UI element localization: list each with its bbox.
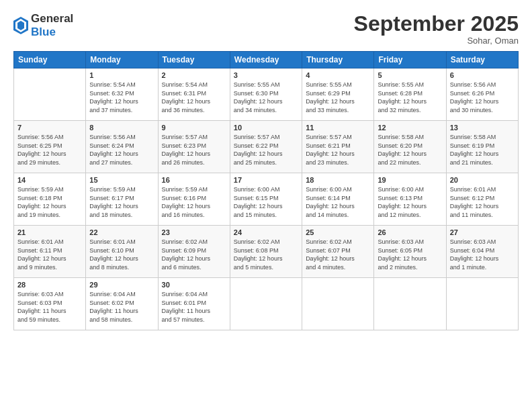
col-tuesday: Tuesday: [158, 52, 230, 68]
day-number: 1: [89, 71, 154, 79]
day-info: Sunrise: 6:03 AM Sunset: 6:05 PM Dayligh…: [378, 238, 442, 271]
day-info: Sunrise: 5:55 AM Sunset: 6:28 PM Dayligh…: [378, 81, 442, 114]
table-row: 22Sunrise: 6:01 AM Sunset: 6:10 PM Dayli…: [86, 226, 158, 278]
day-number: 7: [17, 124, 82, 132]
table-row: 9Sunrise: 5:57 AM Sunset: 6:23 PM Daylig…: [158, 121, 230, 173]
day-info: Sunrise: 6:00 AM Sunset: 6:14 PM Dayligh…: [306, 185, 370, 219]
day-info: Sunrise: 5:55 AM Sunset: 6:29 PM Dayligh…: [306, 81, 370, 114]
table-row: 27Sunrise: 6:03 AM Sunset: 6:04 PM Dayli…: [446, 226, 518, 278]
day-info: Sunrise: 6:03 AM Sunset: 6:03 PM Dayligh…: [17, 290, 82, 324]
table-row: 6Sunrise: 5:56 AM Sunset: 6:26 PM Daylig…: [446, 68, 518, 121]
calendar-week-row: 28Sunrise: 6:03 AM Sunset: 6:03 PM Dayli…: [14, 278, 519, 330]
day-info: Sunrise: 6:02 AM Sunset: 6:08 PM Dayligh…: [234, 238, 298, 271]
day-info: Sunrise: 6:00 AM Sunset: 6:15 PM Dayligh…: [234, 185, 298, 219]
table-row: 2Sunrise: 5:54 AM Sunset: 6:31 PM Daylig…: [158, 68, 230, 121]
day-number: 15: [89, 176, 154, 184]
day-info: Sunrise: 5:56 AM Sunset: 6:24 PM Dayligh…: [89, 133, 154, 167]
day-info: Sunrise: 5:59 AM Sunset: 6:17 PM Dayligh…: [89, 185, 154, 219]
day-number: 28: [17, 281, 82, 289]
day-number: 5: [378, 71, 442, 79]
day-number: 30: [162, 281, 226, 289]
day-number: 9: [162, 124, 226, 132]
table-row: [302, 278, 374, 330]
table-row: 20Sunrise: 6:01 AM Sunset: 6:12 PM Dayli…: [446, 173, 518, 226]
col-friday: Friday: [374, 52, 446, 68]
day-number: 23: [162, 228, 226, 236]
day-number: 16: [162, 176, 226, 184]
calendar-header-row: Sunday Monday Tuesday Wednesday Thursday…: [14, 52, 519, 68]
day-number: 13: [450, 124, 515, 132]
day-info: Sunrise: 6:00 AM Sunset: 6:13 PM Dayligh…: [378, 185, 442, 219]
table-row: 15Sunrise: 5:59 AM Sunset: 6:17 PM Dayli…: [86, 173, 158, 226]
table-row: [374, 278, 446, 330]
logo: General Blue: [13, 12, 73, 38]
table-row: 29Sunrise: 6:04 AM Sunset: 6:02 PM Dayli…: [86, 278, 158, 330]
day-info: Sunrise: 5:57 AM Sunset: 6:22 PM Dayligh…: [234, 133, 298, 167]
table-row: 26Sunrise: 6:03 AM Sunset: 6:05 PM Dayli…: [374, 226, 446, 278]
day-number: 8: [89, 124, 154, 132]
table-row: 3Sunrise: 5:55 AM Sunset: 6:30 PM Daylig…: [230, 68, 302, 121]
day-info: Sunrise: 6:03 AM Sunset: 6:04 PM Dayligh…: [450, 238, 515, 271]
day-info: Sunrise: 5:58 AM Sunset: 6:19 PM Dayligh…: [450, 133, 515, 167]
day-number: 3: [234, 71, 298, 79]
calendar-week-row: 7Sunrise: 5:56 AM Sunset: 6:25 PM Daylig…: [14, 121, 519, 173]
day-number: 17: [234, 176, 298, 184]
table-row: 10Sunrise: 5:57 AM Sunset: 6:22 PM Dayli…: [230, 121, 302, 173]
day-number: 12: [378, 124, 442, 132]
day-number: 22: [89, 228, 154, 236]
logo-blue-text: Blue: [31, 26, 56, 38]
day-info: Sunrise: 6:04 AM Sunset: 6:01 PM Dayligh…: [162, 290, 226, 324]
day-info: Sunrise: 6:01 AM Sunset: 6:10 PM Dayligh…: [89, 238, 154, 271]
calendar-table: Sunday Monday Tuesday Wednesday Thursday…: [13, 51, 519, 330]
table-row: 18Sunrise: 6:00 AM Sunset: 6:14 PM Dayli…: [302, 173, 374, 226]
table-row: 24Sunrise: 6:02 AM Sunset: 6:08 PM Dayli…: [230, 226, 302, 278]
day-info: Sunrise: 6:04 AM Sunset: 6:02 PM Dayligh…: [89, 290, 154, 324]
table-row: 21Sunrise: 6:01 AM Sunset: 6:11 PM Dayli…: [14, 226, 86, 278]
day-info: Sunrise: 5:54 AM Sunset: 6:32 PM Dayligh…: [89, 81, 154, 114]
logo-icon: [13, 17, 28, 34]
table-row: 23Sunrise: 6:02 AM Sunset: 6:09 PM Dayli…: [158, 226, 230, 278]
day-info: Sunrise: 6:01 AM Sunset: 6:12 PM Dayligh…: [450, 185, 515, 219]
day-number: 25: [306, 228, 370, 236]
day-number: 27: [450, 228, 515, 236]
table-row: 19Sunrise: 6:00 AM Sunset: 6:13 PM Dayli…: [374, 173, 446, 226]
day-info: Sunrise: 5:57 AM Sunset: 6:21 PM Dayligh…: [306, 133, 370, 167]
table-row: [14, 68, 86, 121]
table-row: [446, 278, 518, 330]
day-number: 19: [378, 176, 442, 184]
day-info: Sunrise: 5:59 AM Sunset: 6:18 PM Dayligh…: [17, 185, 82, 219]
col-thursday: Thursday: [302, 52, 374, 68]
table-row: 13Sunrise: 5:58 AM Sunset: 6:19 PM Dayli…: [446, 121, 518, 173]
table-row: 12Sunrise: 5:58 AM Sunset: 6:20 PM Dayli…: [374, 121, 446, 173]
table-row: 14Sunrise: 5:59 AM Sunset: 6:18 PM Dayli…: [14, 173, 86, 226]
day-number: 24: [234, 228, 298, 236]
table-row: 25Sunrise: 6:02 AM Sunset: 6:07 PM Dayli…: [302, 226, 374, 278]
day-number: 4: [306, 71, 370, 79]
col-monday: Monday: [86, 52, 158, 68]
col-sunday: Sunday: [14, 52, 86, 68]
calendar-week-row: 1Sunrise: 5:54 AM Sunset: 6:32 PM Daylig…: [14, 68, 519, 121]
col-wednesday: Wednesday: [230, 52, 302, 68]
table-row: 5Sunrise: 5:55 AM Sunset: 6:28 PM Daylig…: [374, 68, 446, 121]
col-saturday: Saturday: [446, 52, 518, 68]
title-area: September 2025 Sohar, Oman: [354, 12, 519, 46]
location-label: Sohar, Oman: [354, 36, 519, 46]
table-row: 1Sunrise: 5:54 AM Sunset: 6:32 PM Daylig…: [86, 68, 158, 121]
day-info: Sunrise: 5:55 AM Sunset: 6:30 PM Dayligh…: [234, 81, 298, 114]
day-number: 18: [306, 176, 370, 184]
day-number: 14: [17, 176, 82, 184]
day-number: 6: [450, 71, 515, 79]
day-info: Sunrise: 5:58 AM Sunset: 6:20 PM Dayligh…: [378, 133, 442, 167]
day-number: 10: [234, 124, 298, 132]
table-row: [230, 278, 302, 330]
table-row: 11Sunrise: 5:57 AM Sunset: 6:21 PM Dayli…: [302, 121, 374, 173]
calendar-week-row: 21Sunrise: 6:01 AM Sunset: 6:11 PM Dayli…: [14, 226, 519, 278]
day-info: Sunrise: 6:02 AM Sunset: 6:07 PM Dayligh…: [306, 238, 370, 271]
table-row: 7Sunrise: 5:56 AM Sunset: 6:25 PM Daylig…: [14, 121, 86, 173]
logo-general-text: General: [31, 12, 73, 25]
day-info: Sunrise: 5:59 AM Sunset: 6:16 PM Dayligh…: [162, 185, 226, 219]
day-info: Sunrise: 5:56 AM Sunset: 6:25 PM Dayligh…: [17, 133, 82, 167]
day-info: Sunrise: 6:02 AM Sunset: 6:09 PM Dayligh…: [162, 238, 226, 271]
day-number: 20: [450, 176, 515, 184]
table-row: 30Sunrise: 6:04 AM Sunset: 6:01 PM Dayli…: [158, 278, 230, 330]
